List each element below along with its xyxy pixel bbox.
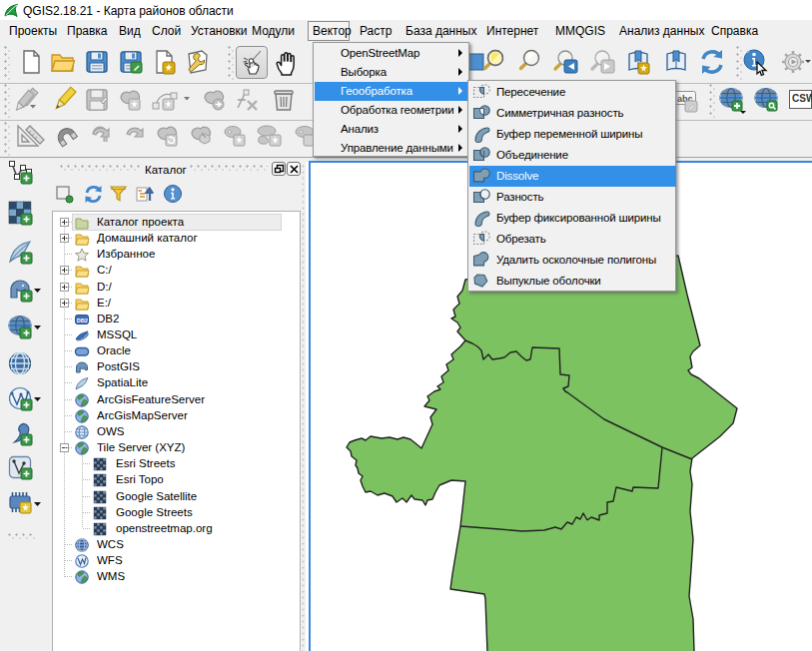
svg-text:DB2: DB2 [77,318,88,324]
